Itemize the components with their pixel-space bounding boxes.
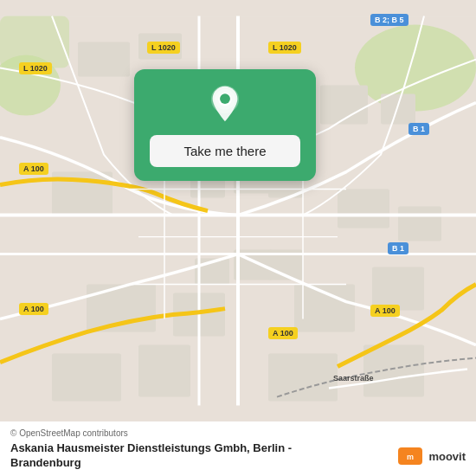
svg-rect-3 xyxy=(0,16,69,68)
svg-rect-9 xyxy=(338,190,389,228)
place-info-row: Askania Hausmeister Dienstleistungs Gmbh… xyxy=(10,441,466,471)
svg-rect-14 xyxy=(372,267,424,311)
svg-point-37 xyxy=(220,93,230,104)
moovit-label: moovit xyxy=(428,450,466,463)
svg-rect-16 xyxy=(138,345,190,397)
svg-rect-4 xyxy=(78,42,130,77)
place-name-text: Askania Hausmeister Dienstleistungs Gmbh… xyxy=(10,441,348,471)
svg-rect-5 xyxy=(138,34,182,60)
svg-rect-15 xyxy=(52,354,121,402)
svg-rect-10 xyxy=(398,207,441,241)
map-area: L 1020 L 1020 L 1020 B 2; B 5 B 1 B 1 A … xyxy=(0,0,476,421)
app: L 1020 L 1020 L 1020 B 2; B 5 B 1 B 1 A … xyxy=(0,0,476,476)
svg-text:m: m xyxy=(407,453,414,461)
svg-rect-18 xyxy=(363,345,424,397)
svg-rect-17 xyxy=(268,354,338,402)
take-me-there-button[interactable]: Take me there xyxy=(150,135,300,167)
moovit-icon: m xyxy=(398,447,422,465)
map-background xyxy=(0,0,476,421)
svg-rect-7 xyxy=(381,94,415,125)
osm-attribution: © OpenStreetMap contributors xyxy=(10,428,466,438)
bottom-bar: © OpenStreetMap contributors Askania Hau… xyxy=(0,421,476,476)
moovit-logo: m moovit xyxy=(398,447,466,465)
location-card: Take me there xyxy=(134,69,316,181)
location-pin-icon xyxy=(206,85,244,123)
